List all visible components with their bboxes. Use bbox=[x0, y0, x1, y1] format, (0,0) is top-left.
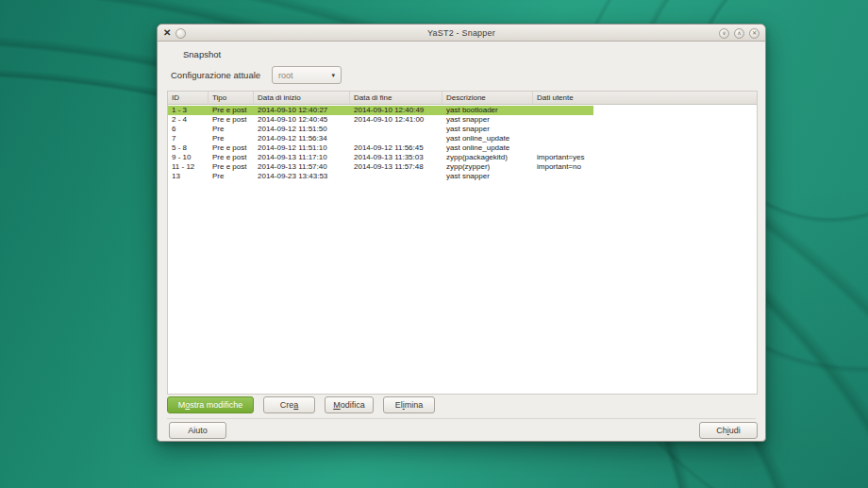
table-cell: 2014-09-10 12:40:49 bbox=[350, 106, 442, 115]
chevron-down-icon: ▾ bbox=[331, 72, 335, 79]
table-cell: 2014-09-10 12:40:27 bbox=[254, 106, 350, 115]
table-row[interactable]: 6Pre2014-09-12 11:51:50yast snapper bbox=[168, 125, 593, 134]
maximize-button[interactable]: ∧ bbox=[734, 28, 744, 39]
configuration-select-value: root bbox=[278, 71, 293, 80]
table-cell: yast snapper bbox=[442, 172, 533, 181]
table-cell: 7 bbox=[168, 134, 209, 143]
table-cell: 2014-09-23 13:43:53 bbox=[254, 172, 350, 181]
column-header-tipo[interactable]: Tipo bbox=[209, 92, 254, 104]
close-window-button[interactable]: ✕ bbox=[749, 28, 760, 39]
table-cell: yast bootloader bbox=[442, 106, 533, 115]
table-cell bbox=[533, 172, 593, 181]
table-cell: 6 bbox=[168, 125, 209, 134]
table-cell bbox=[533, 106, 593, 115]
table-cell: 13 bbox=[168, 172, 209, 181]
table-cell: 11 - 12 bbox=[168, 162, 209, 172]
table-cell: Pre bbox=[209, 125, 254, 134]
table-cell: Pre e post bbox=[209, 115, 254, 125]
yast-app-icon: ✕ bbox=[163, 28, 171, 38]
table-cell: important=no bbox=[533, 162, 593, 172]
create-button[interactable]: Crea bbox=[263, 396, 315, 413]
show-changes-button[interactable]: Mostra modifiche bbox=[167, 396, 254, 413]
table-cell: 2014-09-12 11:51:10 bbox=[254, 143, 350, 153]
titlebar[interactable]: ✕ YaST2 - Snapper ∨ ∧ ✕ bbox=[158, 25, 765, 42]
table-cell: important=yes bbox=[533, 153, 593, 162]
delete-button[interactable]: Elimina bbox=[383, 396, 435, 413]
table-body: 1 - 3Pre e post2014-09-10 12:40:272014-0… bbox=[168, 106, 757, 394]
window-menu-button[interactable] bbox=[175, 28, 186, 39]
table-row[interactable]: 7Pre2014-09-12 11:56:34yast online_updat… bbox=[168, 134, 593, 143]
table-cell bbox=[533, 125, 593, 134]
table-cell bbox=[533, 134, 593, 143]
modify-button[interactable]: Modifica bbox=[325, 396, 374, 413]
table-cell bbox=[350, 125, 442, 134]
column-header-id[interactable]: ID bbox=[168, 92, 209, 104]
table-cell: Pre e post bbox=[209, 162, 254, 172]
table-cell: 2 - 4 bbox=[168, 115, 209, 125]
table-cell: yast online_update bbox=[442, 134, 533, 143]
table-row[interactable]: 11 - 12Pre e post2014-09-13 11:57:402014… bbox=[168, 162, 593, 172]
table-row[interactable]: 13Pre2014-09-23 13:43:53yast snapper bbox=[168, 172, 593, 181]
table-row[interactable]: 2 - 4Pre e post2014-09-10 12:40:452014-0… bbox=[168, 115, 593, 125]
table-cell: Pre e post bbox=[209, 106, 254, 115]
table-cell: 2014-09-10 12:40:45 bbox=[254, 115, 350, 125]
yast-snapper-window: ✕ YaST2 - Snapper ∨ ∧ ✕ Snapshot Configu… bbox=[157, 24, 766, 442]
table-cell: 2014-09-12 11:51:50 bbox=[254, 125, 350, 134]
titlebar-left-group: ✕ bbox=[163, 25, 186, 42]
column-header-data-di-fine[interactable]: Data di fine bbox=[350, 92, 442, 104]
configuration-select[interactable]: root ▾ bbox=[272, 66, 342, 84]
table-cell: 2014-09-13 11:17:10 bbox=[254, 153, 350, 162]
column-header-dati-utente[interactable]: Dati utente bbox=[533, 92, 593, 104]
table-header-row: IDTipoData di inizioData di fineDescrizi… bbox=[168, 92, 757, 105]
table-row[interactable]: 1 - 3Pre e post2014-09-10 12:40:272014-0… bbox=[168, 106, 593, 115]
button-row-divider bbox=[167, 418, 756, 419]
table-cell: Pre bbox=[209, 134, 254, 143]
help-button[interactable]: Aiuto bbox=[169, 422, 226, 439]
table-cell: 2014-09-13 11:57:48 bbox=[350, 162, 442, 172]
table-cell: 9 - 10 bbox=[168, 153, 209, 162]
table-cell: 2014-09-12 11:56:45 bbox=[350, 143, 442, 153]
column-header-data-di-inizio[interactable]: Data di inizio bbox=[254, 92, 350, 104]
table-cell: Pre e post bbox=[209, 153, 254, 162]
table-cell bbox=[533, 115, 593, 125]
table-cell bbox=[533, 143, 593, 153]
table-cell: 2014-09-10 12:41:00 bbox=[350, 115, 442, 125]
table-row[interactable]: 5 - 8Pre e post2014-09-12 11:51:102014-0… bbox=[168, 143, 593, 153]
table-cell: 2014-09-13 11:35:03 bbox=[350, 153, 442, 162]
table-cell: yast snapper bbox=[442, 115, 533, 125]
column-header-descrizione[interactable]: Descrizione bbox=[442, 92, 533, 104]
table-cell: Pre e post bbox=[209, 143, 254, 153]
table-cell: 5 - 8 bbox=[168, 143, 209, 153]
close-button[interactable]: Chiudi bbox=[699, 422, 758, 439]
table-cell: yast snapper bbox=[442, 125, 533, 134]
table-cell: zypp(packagekitd) bbox=[442, 153, 533, 162]
titlebar-right-group: ∨ ∧ ✕ bbox=[719, 25, 760, 42]
table-cell: 2014-09-12 11:56:34 bbox=[254, 134, 350, 143]
shade-button[interactable]: ∨ bbox=[719, 28, 729, 39]
table-row[interactable]: 9 - 10Pre e post2014-09-13 11:17:102014-… bbox=[168, 153, 593, 162]
table-cell bbox=[350, 172, 442, 181]
current-configuration-label: Configurazione attuale bbox=[171, 70, 260, 80]
window-title: YaST2 - Snapper bbox=[158, 28, 765, 38]
table-cell: 1 - 3 bbox=[168, 106, 209, 115]
page-title: Snapshot bbox=[183, 49, 221, 59]
table-cell: Pre bbox=[209, 172, 254, 181]
table-cell: yast online_update bbox=[442, 143, 533, 153]
table-cell: zypp(zypper) bbox=[442, 162, 533, 172]
snapshot-table[interactable]: IDTipoData di inizioData di fineDescrizi… bbox=[167, 91, 758, 395]
table-cell: 2014-09-13 11:57:40 bbox=[254, 162, 350, 172]
table-cell bbox=[350, 134, 442, 143]
